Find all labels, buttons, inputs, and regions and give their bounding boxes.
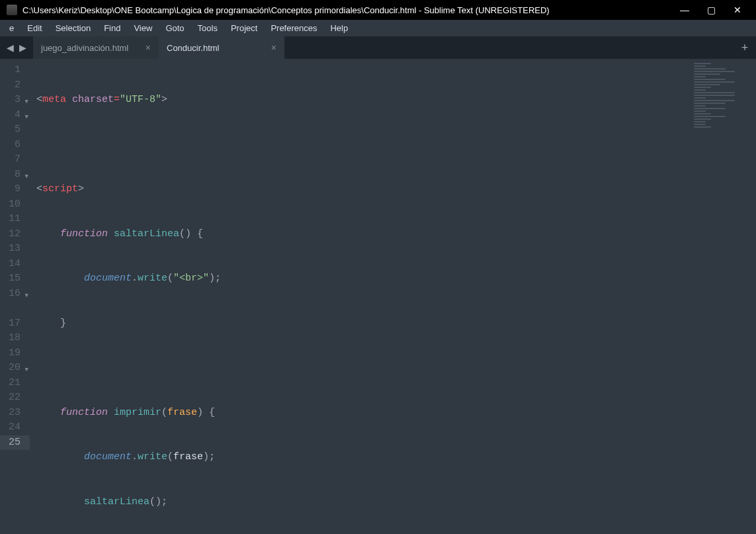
new-tab-button[interactable]: +: [734, 36, 756, 59]
line-number[interactable]: 21: [0, 376, 30, 391]
line-number[interactable]: 15: [0, 271, 30, 287]
obj-document: document: [84, 273, 132, 284]
line-number[interactable]: 7: [0, 152, 30, 167]
paren: (: [161, 407, 167, 418]
line-number[interactable]: 25: [0, 435, 30, 451]
history-forward-icon[interactable]: ▶: [17, 42, 29, 53]
line-number[interactable]: 4: [0, 108, 30, 123]
paren: ();: [149, 496, 167, 508]
tabbar: ◀ ▶ juego_adivinación.html × Conducir.ht…: [0, 36, 756, 59]
line-number[interactable]: 18: [0, 331, 30, 346]
minimap[interactable]: [690, 59, 756, 534]
menu-view[interactable]: View: [127, 21, 159, 36]
kw-function: function: [60, 407, 108, 418]
line-number[interactable]: 9: [0, 182, 30, 197]
call-saltarlinea: saltarLinea: [84, 496, 149, 508]
paren: );: [209, 273, 221, 284]
paren: ) {: [197, 407, 215, 418]
editor[interactable]: 1234567891011121314151617181920212223242…: [0, 59, 756, 534]
close-icon[interactable]: ×: [139, 42, 151, 53]
menu-find[interactable]: Find: [97, 21, 127, 36]
maximize-button[interactable]: ▢: [698, 0, 724, 20]
attr-charset: charset: [72, 94, 114, 105]
indent: [36, 407, 60, 418]
close-icon[interactable]: ×: [265, 42, 276, 53]
line-number[interactable]: 17: [0, 316, 30, 332]
tag-open: <: [36, 94, 42, 105]
line-number[interactable]: 19: [0, 346, 30, 361]
tab-label: Conducir.html: [167, 43, 265, 53]
menu-goto[interactable]: Goto: [159, 21, 190, 36]
ws: [66, 94, 72, 105]
line-number[interactable]: 11: [0, 212, 30, 227]
menu-preferences[interactable]: Preferences: [264, 21, 323, 36]
line-number[interactable]: 22: [0, 390, 30, 406]
history-back-icon[interactable]: ◀: [4, 42, 17, 53]
close-window-button[interactable]: ✕: [724, 0, 751, 20]
line-number[interactable]: 13: [0, 242, 30, 257]
paren: (: [167, 273, 173, 284]
indent: [36, 451, 84, 463]
tag-script: script: [42, 183, 78, 195]
menu-help[interactable]: Help: [323, 21, 355, 36]
titlebar: C:\Users\Keriz\Desktop\ONE Bootcamp\Logi…: [0, 0, 756, 20]
str-utf8: "UTF-8": [120, 94, 161, 105]
window-title: C:\Users\Keriz\Desktop\ONE Bootcamp\Logi…: [22, 5, 671, 15]
tag-close: >: [78, 183, 84, 195]
obj-document: document: [84, 451, 132, 463]
menu-file-partial[interactable]: e: [3, 21, 21, 36]
line-number[interactable]: 16: [0, 287, 30, 302]
line-number[interactable]: 8: [0, 167, 30, 183]
dot: .: [132, 273, 138, 284]
indent: [36, 496, 84, 508]
ws: [108, 407, 114, 418]
fn-saltarlinea: saltarLinea: [114, 228, 179, 240]
line-number[interactable]: 1: [0, 63, 30, 78]
app-icon: [7, 5, 17, 15]
kw-function: function: [60, 228, 108, 240]
gutter[interactable]: 1234567891011121314151617181920212223242…: [0, 59, 30, 534]
line-number[interactable]: 10: [0, 197, 30, 212]
menubar: e Edit Selection Find View Goto Tools Pr…: [0, 20, 756, 36]
line-number[interactable]: [0, 301, 30, 316]
indent: [36, 273, 84, 284]
indent: [36, 228, 60, 240]
str-br: "<br>": [173, 273, 209, 284]
tab-history-controls: ◀ ▶: [0, 36, 33, 59]
menu-selection[interactable]: Selection: [49, 21, 97, 36]
paren: () {: [179, 228, 203, 240]
tag-open: <: [36, 183, 42, 195]
paren: (: [167, 451, 173, 463]
menu-project[interactable]: Project: [224, 21, 264, 36]
line-number[interactable]: 6: [0, 138, 30, 153]
line-number[interactable]: 23: [0, 406, 30, 421]
call-write: write: [138, 451, 167, 463]
brace: }: [60, 318, 66, 329]
menu-edit[interactable]: Edit: [21, 21, 48, 36]
line-number[interactable]: 3: [0, 93, 30, 108]
line-number[interactable]: 24: [0, 420, 30, 435]
tab-label: juego_adivinación.html: [41, 43, 139, 53]
minimize-button[interactable]: —: [671, 0, 698, 20]
line-number[interactable]: 12: [0, 227, 30, 242]
dot: .: [132, 451, 138, 463]
param-frase: frase: [167, 407, 197, 418]
arg-frase: frase: [173, 451, 203, 463]
menu-tools[interactable]: Tools: [191, 21, 224, 36]
fn-imprimir: imprimir: [114, 407, 161, 418]
indent: [36, 318, 60, 329]
equals: =: [114, 94, 120, 105]
tag-close: >: [161, 94, 167, 105]
line-number[interactable]: 5: [0, 122, 30, 138]
tag-meta: meta: [42, 94, 66, 105]
ws: [108, 228, 114, 240]
line-number[interactable]: 2: [0, 78, 30, 93]
call-write: write: [138, 273, 167, 284]
line-number[interactable]: 14: [0, 257, 30, 272]
tab-conducir[interactable]: Conducir.html ×: [159, 36, 284, 59]
code-area[interactable]: <meta charset="UTF-8"> <script> function…: [30, 59, 690, 534]
tab-juego-adivinacion[interactable]: juego_adivinación.html ×: [33, 36, 159, 59]
paren: );: [203, 451, 215, 463]
line-number[interactable]: 20: [0, 361, 30, 376]
